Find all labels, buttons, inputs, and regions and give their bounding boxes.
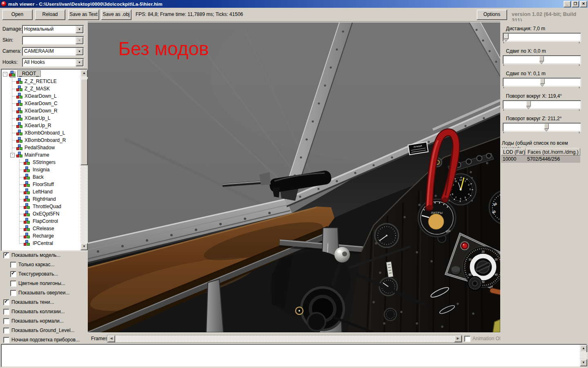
tree-item-Recharge[interactable]: Recharge xyxy=(2,232,80,240)
tree-item-OxEQpt5FN[interactable]: OxEQpt5FN xyxy=(2,210,80,218)
tree-item-label[interactable]: LeftHand xyxy=(33,189,53,195)
tree-item-IPCentral[interactable]: IPCentral xyxy=(2,240,80,247)
slider-track-1[interactable] xyxy=(503,55,581,64)
scroll-down-icon[interactable]: ▼ xyxy=(580,359,587,366)
tree-item-LeftHand[interactable]: LeftHand xyxy=(2,188,80,195)
open-button[interactable]: Open xyxy=(2,9,33,20)
tree-item-XBombOnboard_R[interactable]: XBombOnboard_R xyxy=(2,137,80,144)
tree-item-label[interactable]: XGearDown_R xyxy=(24,108,58,114)
reload-button[interactable]: Reload xyxy=(35,9,65,20)
chevron-down-icon[interactable]: ▼ xyxy=(76,48,83,55)
log-textarea[interactable]: ▲ ▼ xyxy=(1,344,587,367)
tree-item-label[interactable]: _ROOT_ xyxy=(17,70,41,77)
slider-thumb[interactable] xyxy=(540,79,545,86)
tree-item-ThrottleQuad[interactable]: ThrottleQuad xyxy=(2,203,80,210)
tree-item-label[interactable]: SStringers xyxy=(33,159,56,165)
checkbox-box[interactable] xyxy=(10,262,16,268)
tree-item-MainFrame[interactable]: -MainFrame xyxy=(2,151,80,159)
combo-hooks[interactable]: All Hooks▼ xyxy=(22,58,84,67)
lod-table-cell[interactable]: 10000 xyxy=(501,155,526,163)
checkbox-box[interactable]: ✓ xyxy=(3,299,9,305)
lod-table-header[interactable]: LOD (Far) xyxy=(501,148,526,155)
checkbox-box[interactable] xyxy=(3,328,9,334)
tree-item-label[interactable]: XGearUp_R xyxy=(24,123,51,128)
tree-item-XGearDown_C[interactable]: XGearDown_C xyxy=(2,100,80,107)
hierarchy-tree[interactable]: -_ROOT_Z_Z_RETICLEZ_Z_MASKXGearDown_LXGe… xyxy=(1,69,88,251)
slider-thumb[interactable] xyxy=(526,101,531,109)
tree-item-label[interactable]: Back xyxy=(33,174,44,180)
tree-item-Back[interactable]: Back xyxy=(2,173,80,181)
tree-item-label[interactable]: CRelease xyxy=(33,226,54,231)
tree-item-XGearDown_L[interactable]: XGearDown_L xyxy=(2,92,80,100)
slider-thumb[interactable] xyxy=(539,56,544,64)
tree-item-label[interactable]: OxEQpt5FN xyxy=(33,211,59,217)
tree-scrollbar[interactable]: ▲ ▼ xyxy=(80,70,87,250)
tree-item-label[interactable]: XBombOnboard_L xyxy=(24,130,65,136)
tree-expander-icon[interactable]: - xyxy=(3,72,7,76)
slider-track-3[interactable] xyxy=(503,100,581,109)
tree-item-_ROOT_[interactable]: -_ROOT_ xyxy=(2,70,80,78)
slider-track-0[interactable] xyxy=(503,33,581,42)
tree-item-XBombOnboard_L[interactable]: XBombOnboard_L xyxy=(2,129,80,137)
checkbox-box[interactable] xyxy=(10,280,16,287)
tree-item-XGearUp_L[interactable]: XGearUp_L xyxy=(2,114,80,122)
log-scrollbar[interactable]: ▲ ▼ xyxy=(580,345,586,366)
combo-damage[interactable]: Нормальный▼ xyxy=(22,25,84,34)
close-button[interactable]: ✕ xyxy=(580,1,587,7)
restore-button[interactable]: ❐ xyxy=(572,1,579,7)
tree-item-label[interactable]: RightHand xyxy=(33,196,56,202)
lod-table-cell[interactable]: 5702/5446/256 xyxy=(526,155,580,163)
frames-scrollbar[interactable]: ◀ ▶ xyxy=(107,335,462,343)
tree-item-RightHand[interactable]: RightHand xyxy=(2,195,80,203)
tree-item-label[interactable]: Recharge xyxy=(33,233,54,239)
tree-item-FloorStuff[interactable]: FloorStuff xyxy=(2,181,80,188)
options-button[interactable]: Options xyxy=(477,9,507,20)
tree-expander-icon[interactable]: - xyxy=(10,153,15,157)
checkbox-box[interactable]: ✓ xyxy=(3,252,9,258)
tree-item-label[interactable]: IPCentral xyxy=(33,240,53,246)
tree-item-label[interactable]: FloorStuff xyxy=(33,182,54,187)
viewport-3d[interactable]: 123456789101112 ЛИТРЫ 300 6050 xyxy=(88,22,500,332)
checkbox-box[interactable] xyxy=(10,290,16,296)
tree-item-Z_Z_RETICLE[interactable]: Z_Z_RETICLE xyxy=(2,78,80,85)
checkbox-box[interactable] xyxy=(3,318,9,324)
tree-item-Insignia[interactable]: Insignia xyxy=(2,166,80,173)
chevron-down-icon[interactable]: ▼ xyxy=(76,37,83,44)
chevron-down-icon[interactable]: ▼ xyxy=(76,59,83,66)
tree-scroll-thumb[interactable] xyxy=(80,79,88,165)
slider-track-4[interactable] xyxy=(503,123,581,132)
tree-item-FlapControl[interactable]: FlapControl xyxy=(2,218,80,225)
tree-item-Z_Z_MASK[interactable]: Z_Z_MASK xyxy=(2,85,80,92)
tree-item-label[interactable]: FlapControl xyxy=(33,218,58,224)
tree-item-label[interactable]: Insignia xyxy=(33,167,49,173)
save-as-text-button[interactable]: Save as Text xyxy=(68,9,99,20)
checkbox-box[interactable]: ✓ xyxy=(10,271,16,277)
tree-item-label[interactable]: XBombOnboard_R xyxy=(24,137,66,143)
minimize-button[interactable]: _ xyxy=(564,1,571,7)
slider-thumb[interactable] xyxy=(504,34,508,41)
tree-item-SStringers[interactable]: SStringers xyxy=(2,159,80,166)
combo-skin[interactable]: ▼ xyxy=(22,36,84,45)
checkbox-box[interactable] xyxy=(3,309,9,315)
slider-track-2[interactable] xyxy=(503,78,581,87)
checkbox-box[interactable] xyxy=(464,336,470,342)
scroll-left-icon[interactable]: ◀ xyxy=(107,335,115,342)
checkbox-box[interactable] xyxy=(3,337,9,343)
tree-item-label[interactable]: Z_Z_RETICLE xyxy=(24,79,57,84)
tree-item-label[interactable]: Z_Z_MASK xyxy=(24,86,50,92)
tree-item-CRelease[interactable]: CRelease xyxy=(2,225,80,232)
combo-camera[interactable]: CAMERAAIM▼ xyxy=(22,47,84,56)
tree-item-label[interactable]: XGearUp_L xyxy=(24,115,50,121)
tree-item-PedalShadow[interactable]: PedalShadow xyxy=(2,144,80,151)
lod-table-header[interactable]: Faces (tot./norm./dmg.) xyxy=(526,148,580,155)
scroll-right-icon[interactable]: ▶ xyxy=(454,335,462,342)
slider-thumb[interactable] xyxy=(544,123,549,131)
tree-item-label[interactable]: PedalShadow xyxy=(24,145,55,150)
tree-item-XGearUp_R[interactable]: XGearUp_R xyxy=(2,122,80,129)
tree-item-label[interactable]: XGearDown_L xyxy=(24,93,57,99)
tree-item-label[interactable]: MainFrame xyxy=(24,152,49,158)
chevron-down-icon[interactable]: ▼ xyxy=(76,26,83,33)
tree-item-XGearDown_R[interactable]: XGearDown_R xyxy=(2,107,80,114)
title-bar[interactable]: msh viewer - C:\Users\Ivan\Desktop\0000\… xyxy=(0,0,588,8)
save-as-obj-button[interactable]: Save as .obj xyxy=(101,9,131,20)
